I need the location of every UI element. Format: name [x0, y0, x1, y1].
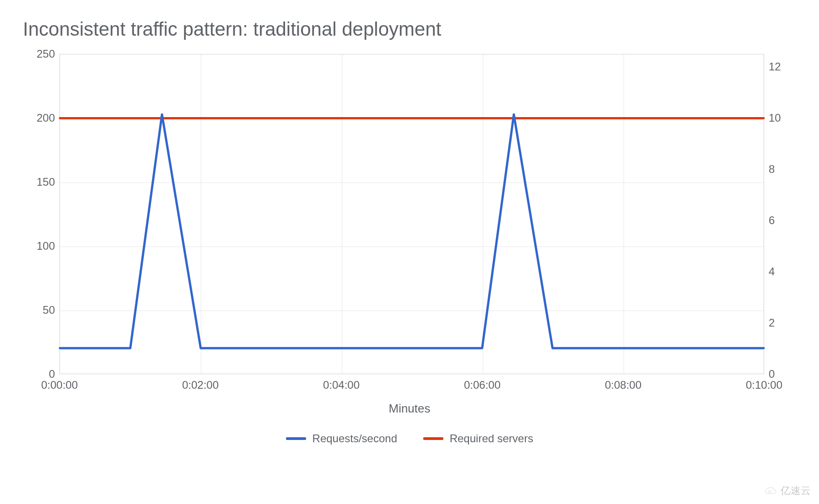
watermark: 亿速云: [764, 484, 811, 498]
y-left-tick: 100: [23, 240, 55, 252]
y-right-tick: 8: [769, 163, 796, 176]
requests-per-second-line: [60, 114, 764, 348]
chart-lines: [60, 54, 764, 374]
x-tick: 0:04:00: [323, 379, 360, 391]
y-left-tick: 200: [23, 112, 55, 124]
svg-point-0: [769, 491, 771, 493]
x-tick: 0:08:00: [605, 379, 641, 391]
legend-label: Requests/second: [313, 432, 397, 445]
legend-swatch: [423, 437, 443, 440]
y-left-tick: 150: [23, 176, 55, 188]
y-left-tick: 250: [23, 48, 55, 60]
y-right-tick: 4: [769, 265, 796, 278]
legend-item-servers: Required servers: [423, 432, 533, 445]
x-tick: 0:10:00: [746, 379, 782, 391]
x-tick: 0:00:00: [41, 379, 78, 391]
legend: Requests/second Required servers: [0, 430, 819, 445]
chart-title: Inconsistent traffic pattern: traditiona…: [23, 18, 796, 40]
legend-swatch: [286, 437, 306, 440]
x-tick: 0:02:00: [182, 379, 219, 391]
legend-label: Required servers: [450, 432, 533, 445]
x-tick: 0:06:00: [464, 379, 501, 391]
y-right-tick: 6: [769, 214, 796, 227]
y-left-tick: 50: [23, 304, 55, 316]
legend-item-requests: Requests/second: [286, 432, 397, 445]
watermark-text: 亿速云: [781, 484, 811, 498]
y-right-tick: 10: [769, 112, 796, 124]
cloud-icon: [764, 486, 778, 495]
plot-area: [59, 54, 764, 374]
y-right-tick: 2: [769, 316, 796, 329]
x-axis-label: Minutes: [388, 402, 430, 416]
y-right-tick: 12: [769, 60, 796, 73]
chart-area: 0 50 100 150 200 250 0 2 4 6 8 10 12 0:0…: [23, 54, 796, 402]
